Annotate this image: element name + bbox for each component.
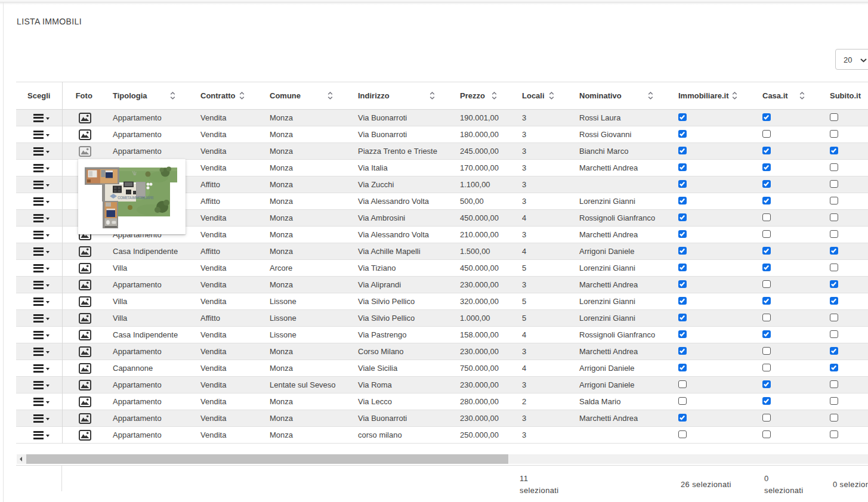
svg-text:COMETA IMMOBILIARE: COMETA IMMOBILIARE	[118, 196, 154, 200]
